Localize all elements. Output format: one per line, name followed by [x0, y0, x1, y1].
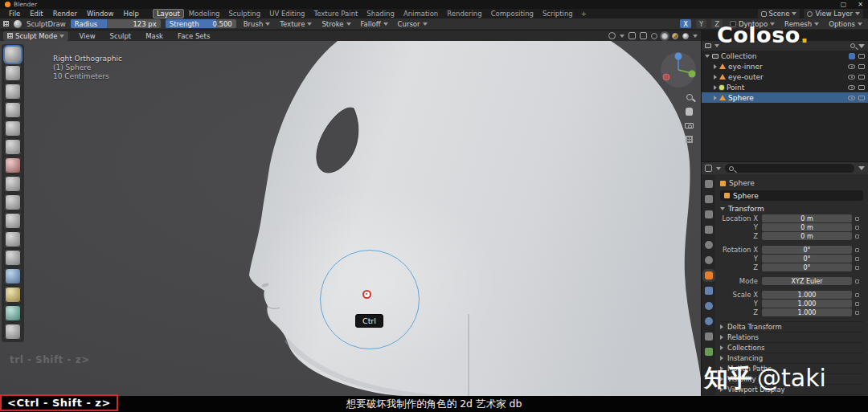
lock-icon[interactable] — [855, 257, 859, 261]
tab-physics-icon[interactable] — [705, 317, 713, 325]
view-layer-selector[interactable]: View Layer — [804, 9, 863, 18]
brush-crease-icon[interactable] — [5, 176, 21, 192]
section-delta-transform[interactable]: Delta Transform — [720, 321, 863, 332]
hide-in-viewport-icon[interactable] — [848, 64, 855, 69]
workspace-tab-animation[interactable]: Animation — [399, 9, 442, 18]
menu-window[interactable]: Window — [83, 10, 118, 18]
tab-render-icon[interactable] — [705, 195, 713, 203]
stroke-dropdown[interactable]: Stroke — [319, 20, 353, 28]
filter-icon[interactable] — [858, 166, 865, 170]
disable-in-render-icon[interactable] — [858, 75, 865, 80]
tab-world-icon[interactable] — [705, 256, 713, 264]
workspace-tab-rendering[interactable]: Rendering — [443, 9, 485, 18]
brush-scrape-icon[interactable] — [5, 231, 21, 247]
properties-editor-icon[interactable] — [705, 165, 712, 172]
outliner-row-point[interactable]: Point — [702, 82, 868, 92]
disclosure-icon[interactable] — [714, 64, 717, 69]
strength-slider[interactable]: Strength 0.500 — [166, 19, 236, 28]
tab-object-icon[interactable] — [705, 271, 713, 279]
cursor-dropdown[interactable]: Cursor — [395, 20, 430, 28]
brush-draw-sharp-icon[interactable] — [5, 65, 21, 81]
workspace-tab-sculpting[interactable]: Sculpting — [224, 9, 264, 18]
workspace-tab-compositing[interactable]: Compositing — [487, 9, 538, 18]
lock-icon[interactable] — [855, 248, 859, 252]
shading-wireframe-icon[interactable] — [651, 33, 657, 39]
disable-in-viewport-icon[interactable] — [858, 54, 865, 59]
gizmo-x-axis[interactable] — [663, 74, 669, 80]
lock-icon[interactable] — [855, 302, 859, 306]
shading-material-icon[interactable] — [672, 33, 678, 39]
show-overlays-icon[interactable] — [628, 32, 636, 39]
menu-edit[interactable]: Edit — [26, 10, 47, 18]
xray-toggle-icon[interactable] — [640, 32, 647, 39]
lock-icon[interactable] — [855, 311, 859, 315]
hide-in-viewport-icon[interactable] — [848, 85, 855, 90]
brush-flatten-icon[interactable] — [5, 213, 21, 229]
field-value[interactable]: 1.000 — [762, 308, 852, 316]
menu-sculpt[interactable]: Sculpt — [106, 32, 136, 40]
field-value[interactable]: 1.000 — [762, 300, 852, 308]
field-value[interactable]: 0 m — [762, 214, 852, 222]
brush-clay-strips-icon[interactable] — [5, 102, 21, 118]
viewport-3d[interactable]: Right Orthographic (1) Sphere 10 Centime… — [0, 41, 701, 398]
tab-tool-icon[interactable] — [705, 180, 713, 188]
camera-view-icon[interactable] — [685, 123, 694, 128]
lock-icon[interactable] — [855, 217, 859, 221]
outliner-display-mode-icon[interactable] — [705, 43, 711, 48]
outliner-row-collection[interactable]: Collection — [702, 51, 868, 61]
workspace-tab-modeling[interactable]: Modeling — [185, 9, 224, 18]
tab-constraints-icon[interactable] — [705, 332, 713, 341]
menu-render[interactable]: Render — [49, 10, 81, 18]
lock-icon[interactable] — [855, 226, 859, 230]
disclosure-icon[interactable] — [714, 96, 717, 100]
field-value[interactable]: 0 m — [762, 223, 852, 231]
lock-icon[interactable] — [855, 266, 859, 270]
menu-view[interactable]: View — [75, 32, 99, 40]
grid-toggle-icon[interactable] — [686, 136, 693, 143]
menu-file[interactable]: File — [5, 10, 24, 18]
disable-in-render-icon[interactable] — [858, 96, 865, 100]
gizmo-z-axis[interactable] — [675, 53, 682, 60]
tab-output-icon[interactable] — [705, 210, 713, 218]
brush-mask-icon[interactable] — [5, 305, 21, 321]
field-value[interactable]: 0° — [762, 246, 852, 254]
zoom-icon[interactable] — [686, 94, 693, 100]
brush-name[interactable]: SculptDraw — [27, 20, 66, 28]
falloff-dropdown[interactable]: Falloff — [358, 20, 391, 28]
radius-slider[interactable]: Radius 123 px — [71, 19, 161, 28]
brush-cursor-circle[interactable] — [320, 250, 420, 349]
hide-in-viewport-icon[interactable] — [848, 75, 855, 80]
tab-scene-icon[interactable] — [705, 241, 713, 249]
field-value[interactable]: 0° — [762, 255, 852, 263]
pan-hand-icon[interactable] — [686, 108, 693, 116]
gizmo-y-axis[interactable] — [689, 71, 696, 78]
brush-clay-icon[interactable] — [5, 84, 21, 100]
hide-in-viewport-icon[interactable] — [848, 96, 855, 100]
outliner-row-eye-outer[interactable]: eye-outer — [702, 71, 868, 82]
field-value[interactable]: 0 m — [762, 232, 852, 240]
brush-layer-icon[interactable] — [5, 120, 21, 137]
field-value[interactable]: XYZ Euler — [762, 277, 852, 285]
tab-modifiers-icon[interactable] — [705, 287, 713, 295]
object-name-field[interactable]: Sphere — [720, 190, 863, 201]
active-tool-icon[interactable] — [3, 21, 9, 27]
mirror-x-toggle[interactable]: X — [680, 19, 691, 28]
search-icon[interactable] — [850, 43, 855, 48]
tab-object-data-icon[interactable] — [705, 348, 713, 356]
brush-inflate-icon[interactable] — [5, 139, 21, 155]
workspace-tab-scripting[interactable]: Scripting — [538, 9, 577, 18]
field-value[interactable]: 1.000 — [762, 291, 852, 299]
section-collections[interactable]: Collections — [720, 342, 863, 353]
lock-icon[interactable] — [855, 279, 859, 284]
workspace-tab-uv-editing[interactable]: UV Editing — [265, 9, 309, 18]
outliner-row-eye-inner[interactable]: eye-inner — [702, 61, 868, 71]
field-value[interactable]: 0° — [762, 263, 852, 271]
close-button[interactable]: ✕ — [858, 1, 863, 8]
brush-preview-icon[interactable] — [14, 20, 22, 28]
shading-rendered-icon[interactable] — [682, 33, 689, 39]
workspace-tab-layout[interactable]: Layout — [153, 9, 184, 18]
menu-help[interactable]: Help — [119, 10, 142, 18]
options-panel[interactable]: Options — [826, 20, 865, 28]
section-relations[interactable]: Relations — [720, 332, 863, 342]
transform-section-header[interactable]: Transform — [720, 203, 863, 214]
